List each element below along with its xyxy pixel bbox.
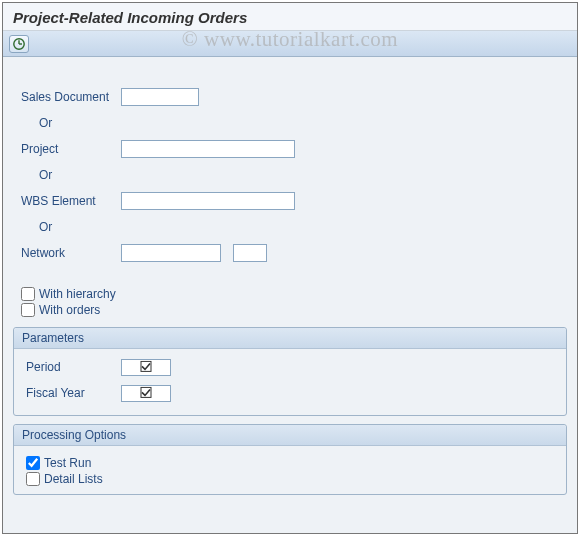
test-run-label: Test Run <box>44 456 91 470</box>
sales-document-label: Sales Document <box>21 90 121 104</box>
test-run-checkbox[interactable] <box>26 456 40 470</box>
sap-window: Project-Related Incoming Orders © www.tu… <box>2 2 578 534</box>
titlebar: Project-Related Incoming Orders <box>3 3 577 31</box>
parameters-title: Parameters <box>14 328 566 349</box>
period-label: Period <box>26 360 121 374</box>
or-label-3: Or <box>39 220 52 234</box>
required-icon <box>140 360 152 372</box>
required-icon <box>140 386 152 398</box>
toolbar <box>3 31 577 57</box>
selection-area: Sales Document Or Project Or WBS Element… <box>3 57 577 273</box>
sales-document-input[interactable] <box>121 88 199 106</box>
with-hierarchy-label: With hierarchy <box>39 287 116 301</box>
with-orders-label: With orders <box>39 303 100 317</box>
processing-options-group: Processing Options Test Run Detail Lists <box>13 424 567 495</box>
page-title: Project-Related Incoming Orders <box>13 9 567 26</box>
network-input-1[interactable] <box>121 244 221 262</box>
detail-lists-label: Detail Lists <box>44 472 103 486</box>
or-label-1: Or <box>39 116 52 130</box>
detail-lists-checkbox[interactable] <box>26 472 40 486</box>
or-label-2: Or <box>39 168 52 182</box>
fiscal-year-input[interactable] <box>121 385 171 402</box>
processing-options-title: Processing Options <box>14 425 566 446</box>
network-input-2[interactable] <box>233 244 267 262</box>
network-label: Network <box>21 246 121 260</box>
wbs-element-input[interactable] <box>121 192 295 210</box>
parameters-group: Parameters Period Fiscal Year <box>13 327 567 416</box>
project-label: Project <box>21 142 121 156</box>
execute-button[interactable] <box>9 35 29 53</box>
project-input[interactable] <box>121 140 295 158</box>
with-hierarchy-checkbox[interactable] <box>21 287 35 301</box>
with-orders-checkbox[interactable] <box>21 303 35 317</box>
wbs-element-label: WBS Element <box>21 194 121 208</box>
clock-icon <box>12 37 26 51</box>
options-block: With hierarchy With orders <box>21 287 577 317</box>
period-input[interactable] <box>121 359 171 376</box>
fiscal-year-label: Fiscal Year <box>26 386 121 400</box>
